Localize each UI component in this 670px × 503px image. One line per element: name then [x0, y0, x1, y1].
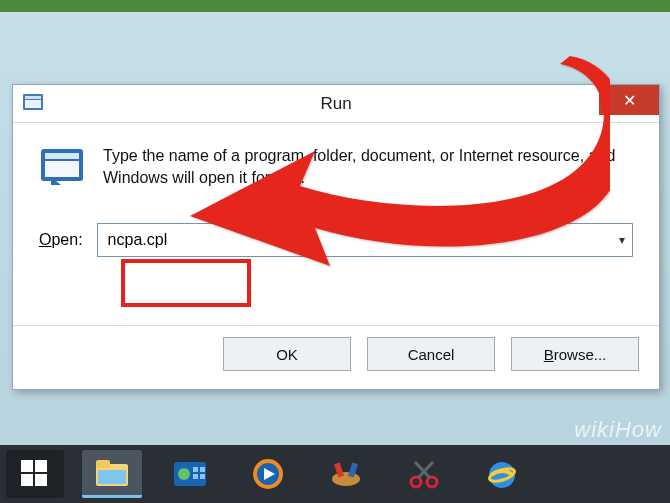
svg-rect-8: [21, 474, 33, 486]
svg-rect-15: [193, 467, 198, 472]
taskbar-snipping-tool[interactable]: [316, 450, 376, 498]
svg-rect-9: [35, 474, 47, 486]
svg-rect-18: [200, 474, 205, 479]
dialog-description: Type the name of a program, folder, docu…: [103, 145, 633, 188]
dialog-body: Type the name of a program, folder, docu…: [13, 123, 659, 257]
svg-point-21: [332, 472, 360, 486]
decor-bar-top: [0, 0, 670, 12]
close-button[interactable]: ✕: [599, 85, 659, 115]
scissors-icon: [407, 458, 441, 490]
separator: [13, 325, 659, 326]
watermark: wikiHow: [574, 417, 662, 443]
start-button[interactable]: [6, 450, 64, 498]
taskbar: [0, 445, 670, 503]
media-player-icon: [251, 457, 285, 491]
svg-rect-11: [96, 460, 110, 468]
taskbar-internet-explorer[interactable]: [472, 450, 532, 498]
internet-explorer-icon: [485, 457, 519, 491]
svg-line-27: [415, 462, 430, 478]
taskbar-media-player[interactable]: [238, 450, 298, 498]
windows-logo-icon: [21, 460, 49, 488]
svg-rect-6: [21, 460, 33, 472]
svg-rect-12: [98, 470, 126, 484]
open-label: Open:: [39, 231, 83, 249]
snipping-tool-icon: [328, 459, 364, 489]
svg-rect-5: [45, 161, 79, 177]
cancel-button[interactable]: Cancel: [367, 337, 495, 371]
svg-line-26: [418, 462, 433, 478]
open-combobox[interactable]: ▾: [97, 223, 633, 257]
highlight-annotation: [121, 259, 251, 307]
close-icon: ✕: [623, 91, 636, 110]
control-panel-icon: [173, 459, 207, 489]
ok-button[interactable]: OK: [223, 337, 351, 371]
dialog-title: Run: [13, 94, 659, 114]
taskbar-screen-sketch[interactable]: [394, 450, 454, 498]
taskbar-file-explorer[interactable]: [82, 450, 142, 498]
run-icon: [39, 145, 85, 189]
taskbar-control-panel[interactable]: [160, 450, 220, 498]
title-bar: Run ✕: [13, 85, 659, 123]
svg-rect-4: [45, 153, 79, 159]
browse-button[interactable]: Browse...: [511, 337, 639, 371]
file-explorer-icon: [94, 458, 130, 488]
svg-rect-17: [193, 474, 198, 479]
button-row: OK Cancel Browse...: [223, 337, 639, 371]
svg-rect-16: [200, 467, 205, 472]
open-input[interactable]: [97, 223, 633, 257]
svg-rect-7: [35, 460, 47, 472]
svg-point-14: [178, 468, 190, 480]
run-dialog: Run ✕ Type the name of a program, folder…: [12, 84, 660, 390]
